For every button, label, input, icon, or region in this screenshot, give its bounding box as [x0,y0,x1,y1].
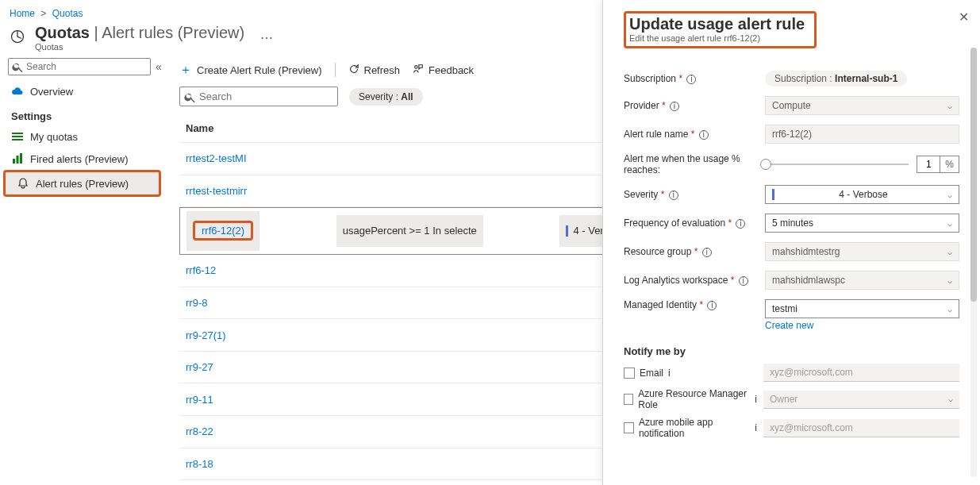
rule-name-input: rrf6-12(2) [765,125,959,144]
close-icon[interactable]: ✕ [959,10,969,25]
nav-my-quotas[interactable]: My quotas [0,125,167,148]
email-input[interactable]: xyz@microsoft.com [763,364,959,382]
nav-fired-alerts-label: Fired alerts (Preview) [30,153,129,165]
mobile-app-checkbox[interactable] [624,422,634,433]
nav-alert-rules-label: Alert rules (Preview) [36,178,129,190]
frequency-select[interactable]: 5 minutes⌵ [765,214,959,233]
svg-point-7 [415,65,418,68]
chevron-down-icon: ⌵ [947,102,952,110]
rule-name-cell[interactable]: rrtest-testmirr [179,175,640,207]
arm-role-label: Azure Resource Manager Role [638,388,750,410]
rule-name-cell[interactable]: rrf6-12 [179,255,640,287]
slider-handle[interactable] [760,159,771,170]
chevron-down-icon: ⌵ [947,219,952,228]
feedback-button[interactable]: Feedback [413,64,474,77]
svg-rect-1 [12,133,23,134]
severity-select[interactable]: 4 - Verbose⌵ [765,185,959,204]
sidebar: « Overview Settings My quotas Fired aler… [0,58,168,485]
pct-unit: % [940,156,959,172]
subscription-label: Subscription [624,73,676,84]
rule-name-cell[interactable]: rr8-22 [179,415,640,448]
info-icon[interactable]: i [707,301,717,310]
flyout-header: Update usage alert rule Edit the usage a… [624,11,817,48]
frequency-label: Frequency of evaluation [624,217,725,229]
col-name[interactable]: Name [179,114,640,143]
info-icon[interactable]: i [702,248,712,257]
svg-rect-5 [17,156,19,164]
subscription-value: Subscription : Internal-sub-1 [765,71,907,87]
notify-heading: Notify me by [624,345,959,357]
law-select: mahshidmlawspc⌵ [765,271,959,290]
page-service-label: Quotas [35,42,244,52]
arm-role-select[interactable]: Owner⌵ [763,391,959,409]
table-row[interactable]: rrf6-12(2) usagePercent >= 1 In selecte … [179,207,640,255]
breadcrumb-home[interactable]: Home [10,8,35,19]
rule-name-cell[interactable]: rr9-27 [179,351,640,383]
flyout-subtitle: Edit the usage alert rule rrf6-12(2) [629,33,805,43]
rule-name-cell[interactable]: rr9-27(1) [179,319,640,352]
info-icon[interactable]: i [669,191,678,200]
rules-search-input[interactable] [179,87,338,106]
usage-pct-slider[interactable] [765,164,909,165]
scrollbar-thumb[interactable] [970,48,977,302]
chevron-down-icon: ⌵ [947,191,952,199]
page-subtitle: Alert rules (Preview) [102,24,244,41]
quotas-icon [10,29,25,44]
chart-icon [11,152,24,165]
svg-rect-6 [20,153,22,164]
provider-select: Compute⌵ [765,96,959,115]
email-checkbox[interactable] [624,368,635,379]
info-icon[interactable]: i [755,422,757,433]
info-icon[interactable]: i [699,130,709,140]
info-icon[interactable]: i [686,75,696,84]
person-feedback-icon [413,64,424,77]
info-icon[interactable]: i [670,102,679,111]
refresh-button[interactable]: Refresh [348,64,401,77]
usage-pct-label: Alert me when the usage % reaches: [624,153,740,175]
svg-rect-4 [13,159,15,164]
info-icon[interactable]: i [739,276,748,286]
rule-name-cell[interactable]: rrf6-12(2) [186,211,259,251]
info-icon[interactable]: i [736,219,745,229]
resource-group-label: Resource group [624,246,691,257]
rule-condition-cell: usagePercent >= 1 In selecte [336,215,483,247]
severity-filter-pill[interactable]: Severity : All [349,88,423,106]
page-title: Quotas [35,24,90,41]
mobile-app-input[interactable]: xyz@microsoft.com [763,419,959,437]
bell-icon [17,177,29,190]
list-icon [11,130,24,143]
severity-label: Severity [624,189,658,200]
rule-name-cell[interactable]: rr9-8 [179,287,640,319]
breadcrumb-quotas[interactable]: Quotas [52,8,83,19]
chevron-down-icon: ⌵ [947,248,952,256]
plus-icon: ＋ [179,64,192,76]
nav-settings-heading: Settings [0,102,167,125]
collapse-icon[interactable]: « [156,60,162,73]
arm-role-checkbox[interactable] [624,394,633,405]
mobile-app-label: Azure mobile app notification [639,417,750,439]
rule-name-label: Alert rule name [624,129,688,140]
info-icon[interactable]: i [668,368,671,379]
chevron-down-icon: ⌵ [947,305,952,314]
usage-pct-input[interactable] [917,156,940,172]
info-icon[interactable]: i [755,394,757,405]
nav-overview[interactable]: Overview [0,80,167,102]
managed-identity-label: Managed Identity [624,299,697,310]
rule-name-cell[interactable]: rrtest2-testMI [179,143,640,175]
svg-rect-2 [12,136,23,137]
email-label: Email [640,368,663,379]
create-new-link[interactable]: Create new [765,320,813,331]
managed-identity-select[interactable]: testmi⌵ [765,299,959,318]
rule-name-cell[interactable]: rr9-11 [179,383,640,416]
sidebar-search-input[interactable] [8,58,151,75]
cloud-icon [11,85,24,98]
resource-group-select: mahshidmtestrg⌵ [765,242,959,261]
flyout-panel: ✕ Update usage alert rule Edit the usage… [602,0,980,485]
chevron-down-icon: ⌵ [947,276,952,285]
chevron-down-icon: ⌵ [948,395,953,403]
rule-name-cell[interactable]: rr8-18 [179,448,640,480]
nav-alert-rules[interactable]: Alert rules (Preview) [3,170,161,197]
more-menu-icon[interactable]: ⋯ [260,30,273,45]
create-alert-button[interactable]: ＋Create Alert Rule (Preview) [179,64,322,76]
nav-fired-alerts[interactable]: Fired alerts (Preview) [0,148,167,170]
